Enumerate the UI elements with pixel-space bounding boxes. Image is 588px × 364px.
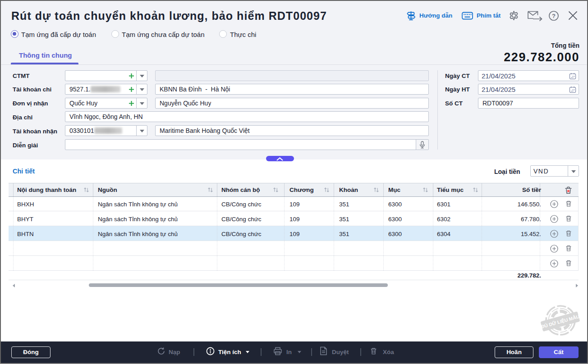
svg-text:?: ? <box>552 13 556 19</box>
